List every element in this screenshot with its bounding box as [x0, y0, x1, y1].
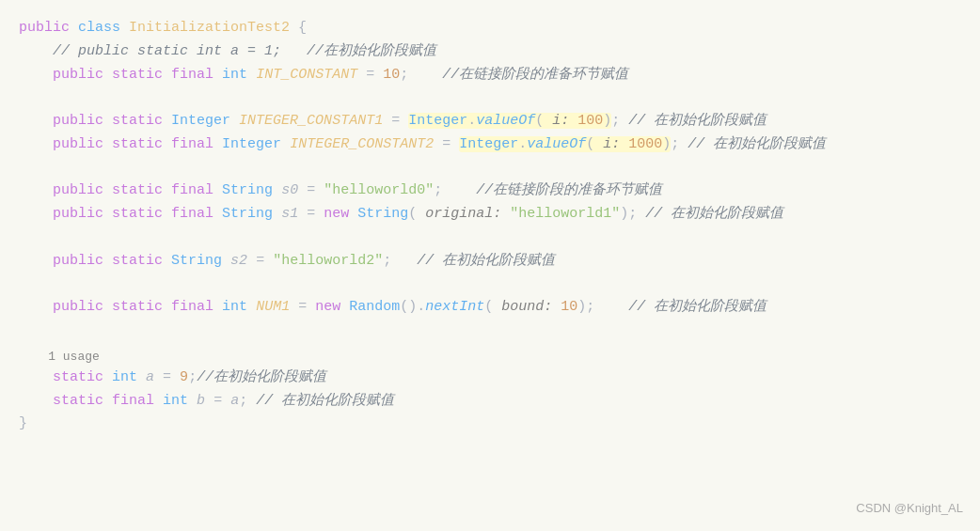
line-string-s1: public static final String s1 = new Stri…	[19, 203, 961, 226]
line-blank-3	[19, 226, 961, 250]
line-integer-constant1: public static Integer INTEGER_CONSTANT1 …	[19, 110, 961, 133]
line-class-decl: public class InitializationTest2 {	[19, 17, 961, 40]
line-close-brace: }	[19, 413, 961, 436]
line-static-a: static int a = 9;//在初始化阶段赋值	[19, 367, 961, 390]
watermark: CSDN @Knight_AL	[856, 498, 963, 518]
line-static-b: static final int b = a; // 在初始化阶段赋值	[19, 390, 961, 414]
line-blank-2	[19, 157, 961, 180]
line-int-constant: public static final int INT_CONSTANT = 1…	[19, 64, 961, 87]
usage-hint-text: 1 usage	[19, 347, 961, 367]
line-comment-a: // public static int a = 1; //在初始化阶段赋值	[19, 40, 961, 64]
line-blank-5	[19, 320, 961, 343]
line-string-s2: public static String s2 = "helloworld2";…	[19, 250, 961, 273]
code-editor: public class InitializationTest2 { // pu…	[0, 0, 980, 531]
line-string-s0: public static final String s0 = "hellowo…	[19, 180, 961, 203]
line-num1: public static final int NUM1 = new Rando…	[19, 296, 961, 320]
line-integer-constant2: public static final Integer INTEGER_CONS…	[19, 133, 961, 157]
line-blank-4	[19, 273, 961, 296]
line-blank-1	[19, 86, 961, 110]
line-usage-hint: 1 usage	[19, 347, 961, 367]
